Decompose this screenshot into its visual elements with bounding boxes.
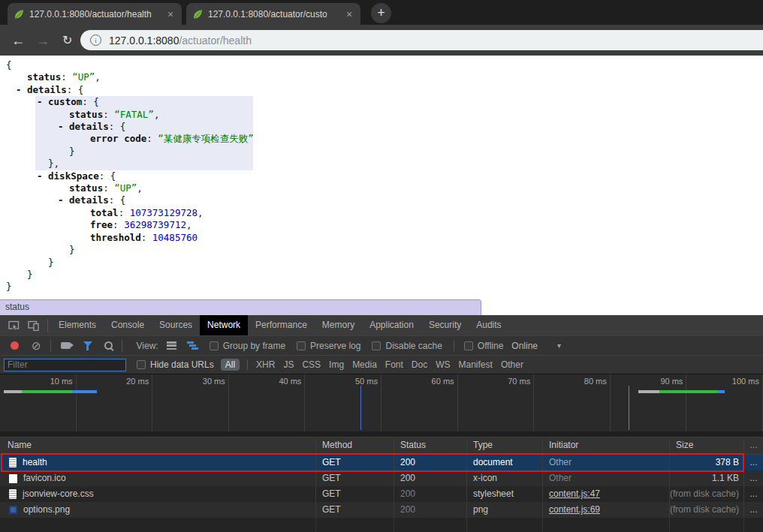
address-bar[interactable]: i 127.0.0.1:8080/actuator/health xyxy=(80,30,763,50)
search-icon[interactable] xyxy=(104,341,113,350)
page-info-icon[interactable]: i xyxy=(90,35,101,46)
devtools-tab-elements[interactable]: Elements xyxy=(51,315,104,335)
waterfall-overview-icon[interactable] xyxy=(187,341,198,350)
column-header-size[interactable]: Size xyxy=(669,437,743,454)
cell-overflow[interactable]: ... xyxy=(743,470,763,486)
new-tab-button[interactable]: + xyxy=(371,3,391,23)
devtools-tab-application[interactable]: Application xyxy=(362,315,421,335)
clear-requests-icon[interactable]: ⊘ xyxy=(32,340,41,351)
json-key: details xyxy=(69,121,109,132)
throttling-select[interactable]: Online xyxy=(511,341,538,351)
column-header-initiator[interactable]: Initiator xyxy=(542,437,669,454)
devtools-tab-sources[interactable]: Sources xyxy=(152,315,200,335)
json-punctuation: : { xyxy=(67,84,84,95)
table-row-favicon-ico[interactable]: favicon.icoGET200x-iconOther1.1 KB... xyxy=(0,470,763,486)
collapse-marker-icon[interactable]: - xyxy=(37,96,48,107)
overview-section: 60 ms xyxy=(382,374,458,432)
record-button[interactable] xyxy=(11,341,19,350)
cell-overflow[interactable]: ... xyxy=(743,502,763,518)
table-row-jsonview-core-css[interactable]: jsonview-core.cssGET200stylesheetcontent… xyxy=(0,486,763,502)
column-header--[interactable]: ... xyxy=(743,437,763,454)
json-number: 36298739712 xyxy=(124,219,186,230)
collapse-marker-icon[interactable]: - xyxy=(58,121,69,132)
checkbox-box[interactable] xyxy=(372,341,381,350)
cell-method: GET xyxy=(315,486,394,502)
checkbox-box[interactable] xyxy=(464,341,473,350)
table-row-health[interactable]: healthGET200documentOther378 B... xyxy=(0,455,763,470)
json-key: total xyxy=(90,207,119,218)
cell-overflow[interactable]: ... xyxy=(743,486,763,502)
spring-leaf-favicon-icon xyxy=(192,8,204,20)
checkbox-box[interactable] xyxy=(297,341,306,350)
inspect-element-icon[interactable] xyxy=(8,320,20,331)
devtools-tab-console[interactable]: Console xyxy=(104,315,152,335)
filter-pill-xhr[interactable]: XHR xyxy=(256,359,275,370)
filter-input[interactable] xyxy=(4,359,126,371)
checkbox-box[interactable] xyxy=(210,341,219,350)
collapse-marker-icon[interactable]: - xyxy=(37,170,48,182)
checkbox-box[interactable] xyxy=(137,360,146,369)
large-rows-icon[interactable] xyxy=(167,341,176,350)
browser-tab-custom[interactable]: 127.0.0.1:8080/actuator/custo × xyxy=(186,3,360,25)
capture-screenshots-icon[interactable] xyxy=(61,342,71,349)
filter-pill-all[interactable]: All xyxy=(221,359,240,371)
empty-cell xyxy=(743,518,763,532)
cell-initiator[interactable]: content.js:47 xyxy=(542,486,669,502)
json-punctuation: , xyxy=(154,109,160,120)
column-header-name[interactable]: Name xyxy=(0,437,315,454)
back-button[interactable]: ← xyxy=(11,34,25,47)
json-punctuation: } xyxy=(69,146,75,157)
filter-pill-js[interactable]: JS xyxy=(283,359,294,370)
chevron-down-icon[interactable]: ▾ xyxy=(557,341,561,350)
hide-data-urls-label: Hide data URLs xyxy=(150,359,214,370)
column-header-status[interactable]: Status xyxy=(394,437,466,454)
devtools-tab-network[interactable]: Network xyxy=(200,315,248,335)
filter-funnel-icon[interactable] xyxy=(83,341,92,350)
hide-data-urls-checkbox[interactable]: Hide data URLs xyxy=(137,359,214,370)
filter-pill-other[interactable]: Other xyxy=(501,359,523,370)
forward-button[interactable]: → xyxy=(36,34,50,47)
tab-close-icon[interactable]: × xyxy=(164,8,176,20)
browser-tab-health[interactable]: 127.0.0.1:8080/actuator/health × xyxy=(8,3,182,25)
devtools-tab-memory[interactable]: Memory xyxy=(315,315,362,335)
json-number: 10485760 xyxy=(152,232,198,243)
checkbox-group-by-frame[interactable]: Group by frame xyxy=(210,341,285,351)
column-header-type[interactable]: Type xyxy=(466,437,542,454)
empty-cell xyxy=(542,518,669,532)
cell-size: (from disk cache) xyxy=(669,502,743,518)
checkbox-preserve-log[interactable]: Preserve log xyxy=(297,341,360,351)
device-toolbar-icon[interactable] xyxy=(28,320,39,331)
waterfall-bar xyxy=(638,390,725,393)
tab-close-icon[interactable]: × xyxy=(343,8,355,20)
bar-segment-download xyxy=(717,390,725,393)
filter-pill-font[interactable]: Font xyxy=(385,359,403,370)
table-row-options-png[interactable]: options.pngGET200pngcontent.js:69(from d… xyxy=(0,502,763,518)
filter-pill-ws[interactable]: WS xyxy=(436,359,450,370)
network-overview[interactable]: 10 ms20 ms30 ms40 ms50 ms60 ms70 ms80 ms… xyxy=(0,374,763,437)
status-bubble: status xyxy=(0,299,481,315)
devtools-tab-security[interactable]: Security xyxy=(421,315,469,335)
devtools-tab-performance[interactable]: Performance xyxy=(248,315,315,335)
browser-window: 127.0.0.1:8080/actuator/health × 127.0.0… xyxy=(0,0,763,532)
json-punctuation: } xyxy=(6,281,12,292)
cell-overflow[interactable]: ... xyxy=(743,455,763,470)
filter-pill-css[interactable]: CSS xyxy=(302,359,321,370)
empty-cell xyxy=(466,518,542,532)
collapse-marker-icon[interactable]: - xyxy=(58,194,69,206)
filter-pill-doc[interactable]: Doc xyxy=(412,359,427,370)
filter-pill-img[interactable]: Img xyxy=(329,359,344,370)
cell-initiator[interactable]: content.js:69 xyxy=(542,502,669,518)
devtools-tab-audits[interactable]: Audits xyxy=(469,315,508,335)
table-empty-area xyxy=(0,518,763,532)
collapse-marker-icon[interactable]: - xyxy=(16,84,27,95)
json-key: custom xyxy=(48,96,82,107)
column-header-method[interactable]: Method xyxy=(315,437,394,454)
file-icon xyxy=(9,474,17,483)
filter-pill-media[interactable]: Media xyxy=(352,359,377,370)
filter-pill-manifest[interactable]: Manifest xyxy=(459,359,493,370)
checkbox-offline[interactable]: Offline xyxy=(454,341,503,351)
json-key: details xyxy=(69,194,109,206)
reload-button[interactable]: ↻ xyxy=(62,35,72,47)
checkbox-disable-cache[interactable]: Disable cache xyxy=(372,341,442,351)
json-key: status xyxy=(69,109,103,120)
